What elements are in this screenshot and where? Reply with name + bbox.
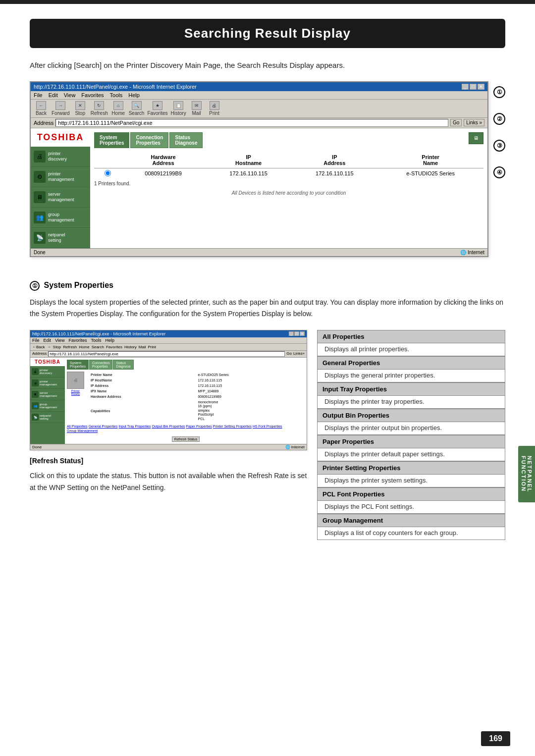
max-btn-2[interactable]: □ bbox=[294, 331, 299, 336]
callout-3: ③ bbox=[493, 140, 505, 152]
forward-btn[interactable]: → Forward bbox=[52, 101, 70, 116]
search-2[interactable]: Search bbox=[92, 345, 104, 349]
stop-2[interactable]: Stop bbox=[53, 345, 61, 349]
menu-edit-2[interactable]: Edit bbox=[44, 338, 52, 343]
prop-desc-output-bin: Displays the printer output bin properti… bbox=[318, 422, 505, 434]
nav-tabs-1: SystemProperties ConnectionProperties St… bbox=[94, 132, 483, 148]
search-btn[interactable]: 🔍 Search bbox=[129, 101, 145, 116]
sidebar-item-pm-2[interactable]: ⚙ printermanagement bbox=[30, 378, 65, 389]
callout-2: ② bbox=[493, 113, 505, 125]
go-2[interactable]: Go bbox=[286, 351, 292, 357]
menu-file-2[interactable]: File bbox=[32, 338, 40, 343]
history-2[interactable]: History bbox=[124, 345, 137, 349]
prop-input-tray: Input Tray Properties Displays the print… bbox=[317, 382, 505, 409]
link-printer-setting[interactable]: Printer Setting Properties bbox=[213, 425, 252, 428]
browser-mock-1: http://172.16.110.111/NetPanel/cgi.exe -… bbox=[30, 81, 488, 257]
sidebar-item-sm-2[interactable]: 🖥 servermanagement bbox=[30, 389, 65, 400]
col-hardware-address: HardwareAddress bbox=[121, 152, 205, 168]
refresh-2[interactable]: Refresh bbox=[63, 345, 77, 349]
link-all-properties[interactable]: All Properties bbox=[67, 425, 88, 428]
tab-connection-2[interactable]: ConnectionProperties bbox=[89, 360, 112, 370]
refresh-btn[interactable]: ↻ Refresh bbox=[91, 101, 108, 116]
netpanel-function-label: NETPANELFUNCTION bbox=[518, 446, 535, 502]
tab-connection-properties[interactable]: ConnectionProperties bbox=[130, 132, 168, 148]
menu-view[interactable]: View bbox=[64, 92, 76, 98]
radio-cell[interactable] bbox=[94, 168, 121, 179]
menu-edit[interactable]: Edit bbox=[49, 92, 58, 98]
status-done-2: Done bbox=[32, 445, 42, 449]
menu-file[interactable]: File bbox=[34, 92, 43, 98]
sidebar-item-printer-management[interactable]: ⚙ printermanagement bbox=[31, 167, 90, 187]
prop-desc-all: Displays all printer properties. bbox=[318, 343, 505, 356]
min-btn-2[interactable]: _ bbox=[289, 331, 294, 336]
tab-status-diagnose[interactable]: StatusDiagnose bbox=[169, 132, 203, 148]
mail-2[interactable]: Mail bbox=[139, 345, 146, 349]
browser-toolbar-2: ←Back → Stop Refresh Home Search Favorit… bbox=[30, 344, 307, 351]
row-radio[interactable] bbox=[105, 170, 111, 176]
info-row-cap: Capabilities monochrome16 (ppm)simplexPo… bbox=[89, 400, 304, 422]
address-input-1[interactable] bbox=[55, 119, 448, 127]
sidebar-item-pd-2[interactable]: 🖨 printerdiscovery bbox=[30, 366, 65, 378]
tab-status-2[interactable]: StatusDiagnose bbox=[113, 360, 134, 370]
mail-btn[interactable]: ✉ Mail bbox=[189, 101, 204, 116]
menu-help-2[interactable]: Help bbox=[105, 338, 114, 343]
tab-system-properties[interactable]: SystemProperties bbox=[94, 132, 129, 148]
link-input-tray[interactable]: Input Tray Properties bbox=[118, 425, 151, 428]
status-bar-2: Done 🌐 Internet bbox=[30, 444, 307, 450]
sidebar-item-netpanel-setting[interactable]: 📡 netpanelsetting bbox=[31, 228, 90, 248]
refresh-status-btn[interactable]: Refresh Status bbox=[172, 436, 200, 442]
stop-btn[interactable]: ✕ Stop bbox=[73, 101, 88, 116]
menu-tools-2[interactable]: Tools bbox=[91, 338, 101, 343]
back-btn[interactable]: ← Back bbox=[34, 101, 49, 116]
link-output-bin[interactable]: Output Bin Properties bbox=[152, 425, 185, 428]
maximize-btn[interactable]: □ bbox=[470, 84, 477, 90]
menu-tools[interactable]: Tools bbox=[110, 92, 123, 98]
browser-title-2: http://172.16.110.111/NetPanel/cgi.exe -… bbox=[32, 331, 165, 336]
favorites-2[interactable]: Favorites bbox=[106, 345, 122, 349]
table-row: 0080912199B9 172.16.110.115 172.16.110.1… bbox=[94, 168, 483, 179]
links-2[interactable]: Links» bbox=[293, 351, 305, 357]
link-paper[interactable]: Paper Properties bbox=[186, 425, 212, 428]
win-controls-1[interactable]: _ □ ✕ bbox=[462, 84, 484, 90]
section1-title: System Properties bbox=[44, 281, 113, 289]
print-btn[interactable]: 🖨 Print bbox=[207, 101, 222, 116]
prop-desc-pcl-font: Displays the PCL Font settings. bbox=[318, 501, 505, 513]
menu-view-2[interactable]: View bbox=[55, 338, 64, 343]
close-btn[interactable]: ✕ bbox=[478, 84, 484, 90]
link-group-mgmt[interactable]: Group Management bbox=[67, 429, 98, 432]
sidebar-item-server-management[interactable]: 🖥 servermanagement bbox=[31, 187, 90, 208]
status-done: Done bbox=[34, 250, 46, 255]
home-btn[interactable]: ⌂ Home bbox=[111, 101, 126, 116]
menu-favorites-2[interactable]: Favorites bbox=[68, 338, 87, 343]
menu-favorites[interactable]: Favorites bbox=[81, 92, 104, 98]
sidebar-item-printer-discovery[interactable]: 🖨 printerdiscovery bbox=[31, 147, 90, 167]
win-controls-2[interactable]: _ □ ✕ bbox=[289, 331, 305, 336]
go-button-1[interactable]: Go bbox=[450, 119, 462, 126]
link-hs-font[interactable]: HS Font Properties bbox=[253, 425, 282, 428]
sidebar-item-gm-2[interactable]: 👥 groupmanagement bbox=[30, 400, 65, 412]
history-btn[interactable]: 📋 History bbox=[171, 101, 186, 116]
minimize-btn[interactable]: _ bbox=[462, 84, 469, 90]
link-general-properties[interactable]: General Properties bbox=[89, 425, 118, 428]
home-2[interactable]: Home bbox=[79, 345, 89, 349]
print-2[interactable]: Print bbox=[148, 345, 156, 349]
printer-ready-link[interactable]: Printer Ready bbox=[67, 389, 84, 395]
cell-hostname: 172.16.110.115 bbox=[206, 168, 292, 179]
forward-2[interactable]: → bbox=[47, 345, 51, 349]
links-button-1[interactable]: Links » bbox=[464, 119, 484, 126]
printer-discovery-icon: 🖨 bbox=[34, 151, 46, 162]
sidebar-item-ns-2[interactable]: 📡 netpanelsetting bbox=[30, 412, 65, 423]
browser-titlebar-1: http://172.16.110.111/NetPanel/cgi.exe -… bbox=[31, 82, 487, 91]
back-2[interactable]: ←Back bbox=[32, 345, 45, 349]
menu-help[interactable]: Help bbox=[128, 92, 140, 98]
close-btn-2[interactable]: ✕ bbox=[300, 331, 305, 336]
prop-desc-paper: Displays the printer default paper setti… bbox=[318, 448, 505, 461]
tab-system-2[interactable]: SystemProperties bbox=[67, 360, 89, 370]
address-input-2[interactable] bbox=[48, 351, 285, 357]
sidebar-item-group-management[interactable]: 👥 groupmanagement bbox=[31, 208, 90, 228]
col-ip-address: IPAddress bbox=[291, 152, 377, 168]
favorites-btn[interactable]: ★ Favorites bbox=[147, 101, 167, 116]
pd-icon-2: 🖨 bbox=[32, 368, 39, 375]
toshiba-logo-2: TOSHIBA bbox=[32, 359, 63, 365]
label-cap: Capabilities bbox=[89, 400, 195, 422]
